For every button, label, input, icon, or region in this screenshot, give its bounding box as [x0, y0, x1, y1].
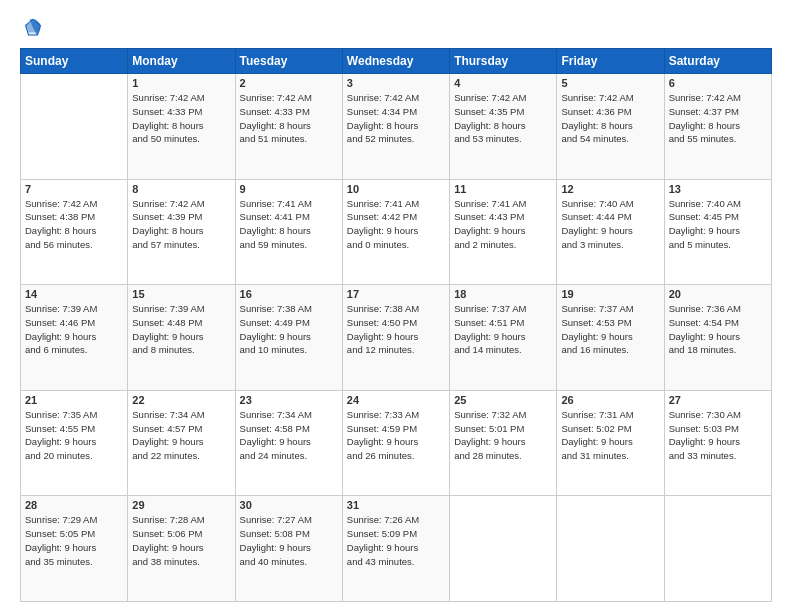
day-info: Sunrise: 7:39 AM Sunset: 4:48 PM Dayligh…: [132, 302, 230, 357]
calendar-cell: 21Sunrise: 7:35 AM Sunset: 4:55 PM Dayli…: [21, 390, 128, 496]
day-info: Sunrise: 7:38 AM Sunset: 4:50 PM Dayligh…: [347, 302, 445, 357]
day-number: 16: [240, 288, 338, 300]
calendar-cell: 4Sunrise: 7:42 AM Sunset: 4:35 PM Daylig…: [450, 74, 557, 180]
calendar-cell: 30Sunrise: 7:27 AM Sunset: 5:08 PM Dayli…: [235, 496, 342, 602]
day-number: 26: [561, 394, 659, 406]
calendar-cell: 17Sunrise: 7:38 AM Sunset: 4:50 PM Dayli…: [342, 285, 449, 391]
calendar-cell: 28Sunrise: 7:29 AM Sunset: 5:05 PM Dayli…: [21, 496, 128, 602]
calendar-cell: 5Sunrise: 7:42 AM Sunset: 4:36 PM Daylig…: [557, 74, 664, 180]
day-number: 13: [669, 183, 767, 195]
day-number: 19: [561, 288, 659, 300]
calendar-cell: 9Sunrise: 7:41 AM Sunset: 4:41 PM Daylig…: [235, 179, 342, 285]
day-info: Sunrise: 7:42 AM Sunset: 4:39 PM Dayligh…: [132, 197, 230, 252]
day-info: Sunrise: 7:41 AM Sunset: 4:41 PM Dayligh…: [240, 197, 338, 252]
calendar-cell: 31Sunrise: 7:26 AM Sunset: 5:09 PM Dayli…: [342, 496, 449, 602]
day-info: Sunrise: 7:31 AM Sunset: 5:02 PM Dayligh…: [561, 408, 659, 463]
calendar-cell: 1Sunrise: 7:42 AM Sunset: 4:33 PM Daylig…: [128, 74, 235, 180]
day-number: 1: [132, 77, 230, 89]
calendar-cell: 8Sunrise: 7:42 AM Sunset: 4:39 PM Daylig…: [128, 179, 235, 285]
day-number: 4: [454, 77, 552, 89]
day-info: Sunrise: 7:38 AM Sunset: 4:49 PM Dayligh…: [240, 302, 338, 357]
calendar-cell: 26Sunrise: 7:31 AM Sunset: 5:02 PM Dayli…: [557, 390, 664, 496]
day-info: Sunrise: 7:42 AM Sunset: 4:38 PM Dayligh…: [25, 197, 123, 252]
calendar-cell: 27Sunrise: 7:30 AM Sunset: 5:03 PM Dayli…: [664, 390, 771, 496]
day-info: Sunrise: 7:41 AM Sunset: 4:43 PM Dayligh…: [454, 197, 552, 252]
logo: [20, 16, 48, 38]
calendar-cell: 29Sunrise: 7:28 AM Sunset: 5:06 PM Dayli…: [128, 496, 235, 602]
weekday-friday: Friday: [557, 49, 664, 74]
calendar-table: SundayMondayTuesdayWednesdayThursdayFrid…: [20, 48, 772, 602]
week-row-3: 21Sunrise: 7:35 AM Sunset: 4:55 PM Dayli…: [21, 390, 772, 496]
weekday-saturday: Saturday: [664, 49, 771, 74]
calendar-cell: 18Sunrise: 7:37 AM Sunset: 4:51 PM Dayli…: [450, 285, 557, 391]
calendar-cell: 19Sunrise: 7:37 AM Sunset: 4:53 PM Dayli…: [557, 285, 664, 391]
day-number: 15: [132, 288, 230, 300]
day-info: Sunrise: 7:34 AM Sunset: 4:58 PM Dayligh…: [240, 408, 338, 463]
day-info: Sunrise: 7:42 AM Sunset: 4:35 PM Dayligh…: [454, 91, 552, 146]
day-info: Sunrise: 7:32 AM Sunset: 5:01 PM Dayligh…: [454, 408, 552, 463]
day-info: Sunrise: 7:37 AM Sunset: 4:51 PM Dayligh…: [454, 302, 552, 357]
day-info: Sunrise: 7:35 AM Sunset: 4:55 PM Dayligh…: [25, 408, 123, 463]
day-number: 20: [669, 288, 767, 300]
day-number: 23: [240, 394, 338, 406]
week-row-4: 28Sunrise: 7:29 AM Sunset: 5:05 PM Dayli…: [21, 496, 772, 602]
calendar-cell: 16Sunrise: 7:38 AM Sunset: 4:49 PM Dayli…: [235, 285, 342, 391]
day-number: 6: [669, 77, 767, 89]
day-number: 29: [132, 499, 230, 511]
day-info: Sunrise: 7:40 AM Sunset: 4:44 PM Dayligh…: [561, 197, 659, 252]
day-info: Sunrise: 7:36 AM Sunset: 4:54 PM Dayligh…: [669, 302, 767, 357]
day-number: 11: [454, 183, 552, 195]
weekday-wednesday: Wednesday: [342, 49, 449, 74]
day-number: 21: [25, 394, 123, 406]
day-number: 31: [347, 499, 445, 511]
weekday-thursday: Thursday: [450, 49, 557, 74]
day-info: Sunrise: 7:28 AM Sunset: 5:06 PM Dayligh…: [132, 513, 230, 568]
day-number: 30: [240, 499, 338, 511]
day-number: 25: [454, 394, 552, 406]
calendar-cell: 25Sunrise: 7:32 AM Sunset: 5:01 PM Dayli…: [450, 390, 557, 496]
calendar-cell: 20Sunrise: 7:36 AM Sunset: 4:54 PM Dayli…: [664, 285, 771, 391]
day-info: Sunrise: 7:37 AM Sunset: 4:53 PM Dayligh…: [561, 302, 659, 357]
day-info: Sunrise: 7:42 AM Sunset: 4:33 PM Dayligh…: [132, 91, 230, 146]
calendar-cell: [664, 496, 771, 602]
day-number: 5: [561, 77, 659, 89]
day-number: 12: [561, 183, 659, 195]
day-number: 8: [132, 183, 230, 195]
day-info: Sunrise: 7:42 AM Sunset: 4:36 PM Dayligh…: [561, 91, 659, 146]
day-info: Sunrise: 7:33 AM Sunset: 4:59 PM Dayligh…: [347, 408, 445, 463]
calendar-cell: 24Sunrise: 7:33 AM Sunset: 4:59 PM Dayli…: [342, 390, 449, 496]
calendar-cell: 11Sunrise: 7:41 AM Sunset: 4:43 PM Dayli…: [450, 179, 557, 285]
day-number: 24: [347, 394, 445, 406]
calendar-cell: 7Sunrise: 7:42 AM Sunset: 4:38 PM Daylig…: [21, 179, 128, 285]
day-info: Sunrise: 7:40 AM Sunset: 4:45 PM Dayligh…: [669, 197, 767, 252]
header: [20, 16, 772, 38]
day-info: Sunrise: 7:29 AM Sunset: 5:05 PM Dayligh…: [25, 513, 123, 568]
calendar-cell: 13Sunrise: 7:40 AM Sunset: 4:45 PM Dayli…: [664, 179, 771, 285]
day-info: Sunrise: 7:34 AM Sunset: 4:57 PM Dayligh…: [132, 408, 230, 463]
day-info: Sunrise: 7:39 AM Sunset: 4:46 PM Dayligh…: [25, 302, 123, 357]
day-number: 27: [669, 394, 767, 406]
day-number: 3: [347, 77, 445, 89]
day-info: Sunrise: 7:42 AM Sunset: 4:33 PM Dayligh…: [240, 91, 338, 146]
calendar-cell: 23Sunrise: 7:34 AM Sunset: 4:58 PM Dayli…: [235, 390, 342, 496]
day-number: 18: [454, 288, 552, 300]
weekday-tuesday: Tuesday: [235, 49, 342, 74]
calendar-cell: 15Sunrise: 7:39 AM Sunset: 4:48 PM Dayli…: [128, 285, 235, 391]
calendar-cell: 14Sunrise: 7:39 AM Sunset: 4:46 PM Dayli…: [21, 285, 128, 391]
day-info: Sunrise: 7:42 AM Sunset: 4:34 PM Dayligh…: [347, 91, 445, 146]
logo-area: [20, 16, 48, 38]
day-info: Sunrise: 7:27 AM Sunset: 5:08 PM Dayligh…: [240, 513, 338, 568]
weekday-header-row: SundayMondayTuesdayWednesdayThursdayFrid…: [21, 49, 772, 74]
calendar-cell: 6Sunrise: 7:42 AM Sunset: 4:37 PM Daylig…: [664, 74, 771, 180]
day-number: 7: [25, 183, 123, 195]
day-number: 22: [132, 394, 230, 406]
week-row-1: 7Sunrise: 7:42 AM Sunset: 4:38 PM Daylig…: [21, 179, 772, 285]
day-info: Sunrise: 7:26 AM Sunset: 5:09 PM Dayligh…: [347, 513, 445, 568]
day-number: 17: [347, 288, 445, 300]
calendar-cell: [557, 496, 664, 602]
day-number: 10: [347, 183, 445, 195]
logo-icon: [22, 16, 44, 38]
weekday-monday: Monday: [128, 49, 235, 74]
calendar-cell: 3Sunrise: 7:42 AM Sunset: 4:34 PM Daylig…: [342, 74, 449, 180]
calendar-cell: 2Sunrise: 7:42 AM Sunset: 4:33 PM Daylig…: [235, 74, 342, 180]
